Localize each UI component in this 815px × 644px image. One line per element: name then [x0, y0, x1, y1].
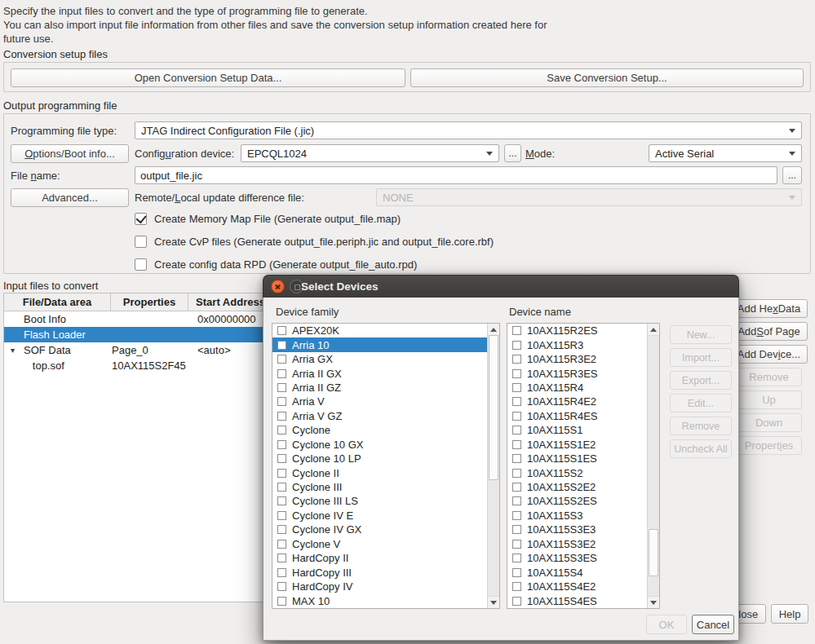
- checkbox-icon[interactable]: [512, 582, 521, 591]
- checkbox-icon[interactable]: [512, 341, 521, 350]
- checkbox-icon[interactable]: [135, 258, 147, 271]
- checkbox-icon[interactable]: [277, 355, 286, 364]
- device-name-item[interactable]: 10AX115S4ES: [507, 593, 647, 607]
- scroll-up-icon[interactable]: [488, 324, 499, 336]
- device-name-item[interactable]: 10AX115S3E2: [507, 537, 647, 551]
- device-family-item[interactable]: Cyclone II: [272, 465, 487, 479]
- device-name-item[interactable]: 10AX115S4E2: [507, 580, 647, 593]
- device-name-item[interactable]: 10AX115R3E2: [507, 352, 647, 366]
- checkbox-icon[interactable]: [277, 525, 286, 534]
- checkbox-icon[interactable]: [277, 454, 286, 463]
- checkbox-icon[interactable]: [277, 440, 286, 449]
- device-name-item[interactable]: 10AX115R4: [507, 381, 647, 395]
- device-family-item[interactable]: Arria 10: [272, 337, 487, 351]
- checkbox-icon[interactable]: [277, 511, 286, 520]
- output-option-checkbox-row[interactable]: Create CvP files (Generate output_file.p…: [135, 235, 494, 248]
- device-family-item[interactable]: MAX 10: [272, 593, 487, 607]
- device-family-item[interactable]: Cyclone 10 GX: [272, 438, 487, 452]
- device-name-item[interactable]: 10AX115S1: [507, 423, 647, 437]
- device-family-item[interactable]: APEX20K: [272, 324, 487, 337]
- device-family-item[interactable]: Arria II GX: [272, 366, 487, 380]
- configuration-device-select[interactable]: EPCQL1024: [241, 144, 499, 162]
- checkbox-icon[interactable]: [512, 412, 521, 421]
- checkbox-icon[interactable]: [512, 426, 521, 434]
- checkbox-icon[interactable]: [277, 412, 286, 421]
- checkbox-icon[interactable]: [277, 383, 286, 392]
- checkbox-icon[interactable]: [512, 355, 521, 364]
- cancel-button[interactable]: Cancel: [692, 615, 734, 634]
- scrollbar-track[interactable]: [648, 335, 659, 597]
- checkbox-icon[interactable]: [512, 597, 521, 606]
- device-family-item[interactable]: Cyclone V: [272, 537, 487, 551]
- checkbox-icon[interactable]: [512, 568, 521, 577]
- open-conversion-setup-button[interactable]: Open Conversion Setup Data...: [11, 68, 405, 87]
- scrollbar-thumb[interactable]: [649, 529, 658, 576]
- device-name-item[interactable]: 10AX115S3ES: [507, 551, 647, 565]
- checkbox-icon[interactable]: [512, 383, 521, 392]
- device-name-item[interactable]: 10AX115S3: [507, 509, 647, 523]
- scrollbar-thumb[interactable]: [489, 335, 498, 480]
- device-name-item[interactable]: 10AX115S1E2: [507, 438, 647, 452]
- checkbox-icon[interactable]: [512, 525, 521, 534]
- checkbox-icon[interactable]: [277, 597, 286, 606]
- checkbox-icon[interactable]: [512, 483, 521, 492]
- checkbox-icon[interactable]: [277, 496, 286, 505]
- device-family-scrollbar[interactable]: [487, 324, 499, 608]
- expander-icon[interactable]: ▾: [11, 346, 24, 355]
- device-name-item[interactable]: 10AX115S2: [507, 465, 647, 479]
- device-name-item[interactable]: 10AX115S1ES: [507, 452, 647, 465]
- checkbox-icon[interactable]: [277, 582, 286, 591]
- device-name-item[interactable]: 10AX115S2ES: [507, 494, 647, 508]
- checkbox-icon[interactable]: [277, 483, 286, 492]
- device-name-item[interactable]: 10AX115R3ES: [507, 366, 647, 380]
- device-family-item[interactable]: Cyclone: [272, 423, 487, 437]
- device-family-item[interactable]: Cyclone IV GX: [272, 523, 487, 536]
- checkbox-icon[interactable]: [512, 511, 521, 520]
- device-family-item[interactable]: Arria II GZ: [272, 381, 487, 395]
- checkbox-icon[interactable]: [512, 554, 521, 562]
- device-family-item[interactable]: Cyclone III: [272, 480, 487, 494]
- device-family-item[interactable]: Cyclone 10 LP: [272, 452, 487, 465]
- checkbox-icon[interactable]: [512, 469, 521, 478]
- input-files-action-button[interactable]: Add Sof Page: [730, 322, 808, 341]
- checkbox-icon[interactable]: [512, 326, 521, 335]
- device-family-item[interactable]: HardCopy IV: [272, 580, 487, 593]
- scroll-up-icon[interactable]: [648, 324, 659, 336]
- device-name-item[interactable]: 10AX115R4E2: [507, 395, 647, 408]
- column-header-start-address[interactable]: Start Address: [188, 293, 273, 311]
- checkbox-icon[interactable]: [512, 440, 521, 449]
- close-icon[interactable]: [271, 280, 285, 293]
- input-files-action-button[interactable]: Add Hex Data: [730, 299, 808, 318]
- device-family-item[interactable]: Cyclone III LS: [272, 494, 487, 508]
- checkbox-icon[interactable]: [277, 540, 286, 549]
- file-name-input[interactable]: [135, 166, 777, 184]
- scroll-down-icon[interactable]: [648, 596, 659, 608]
- device-family-item[interactable]: HardCopy II: [272, 551, 487, 565]
- device-name-item[interactable]: 10AX115S3E3: [507, 523, 647, 536]
- browse-file-name-button[interactable]: ...: [782, 166, 802, 184]
- checkbox-icon[interactable]: [277, 341, 286, 350]
- options-boot-info-button[interactable]: Options/Boot info...: [11, 144, 129, 163]
- column-header-properties[interactable]: Properties: [111, 293, 188, 311]
- checkbox-icon[interactable]: [277, 326, 286, 335]
- checkbox-icon[interactable]: [512, 540, 521, 549]
- output-option-checkbox-row[interactable]: Create config data RPD (Generate output_…: [135, 258, 494, 271]
- checkbox-icon[interactable]: [277, 426, 286, 434]
- checkbox-icon[interactable]: [277, 554, 286, 562]
- save-conversion-setup-button[interactable]: Save Conversion Setup...: [410, 68, 804, 87]
- checkbox-icon[interactable]: [512, 496, 521, 505]
- device-family-item[interactable]: Arria V GZ: [272, 409, 487, 423]
- device-family-item[interactable]: Arria GX: [272, 352, 487, 366]
- device-name-item[interactable]: 10AX115R4ES: [507, 409, 647, 423]
- advanced-button[interactable]: Advanced...: [11, 188, 129, 207]
- device-name-item[interactable]: 10AX115S4: [507, 565, 647, 579]
- checkbox-icon[interactable]: [277, 469, 286, 478]
- checkbox-icon[interactable]: [277, 369, 286, 378]
- scrollbar-track[interactable]: [488, 335, 499, 597]
- programming-file-type-select[interactable]: JTAG Indirect Configuration File (.jic): [135, 121, 802, 139]
- device-family-item[interactable]: HardCopy III: [272, 565, 487, 579]
- mode-select[interactable]: Active Serial: [649, 144, 802, 162]
- help-button[interactable]: Help: [771, 604, 808, 624]
- checkbox-icon[interactable]: [512, 454, 521, 463]
- checkbox-icon[interactable]: [135, 236, 147, 248]
